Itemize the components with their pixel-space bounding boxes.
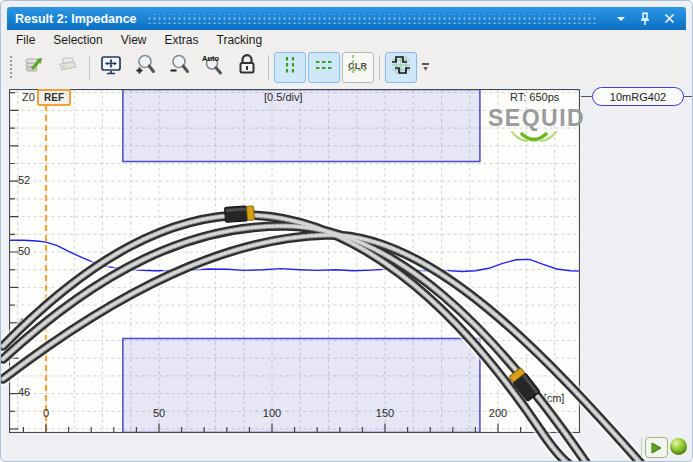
x-tick-label: 200 — [483, 407, 513, 419]
sequid-logo-arcs-icon — [505, 131, 563, 151]
risetime-label: RT: 650ps — [510, 91, 559, 103]
sequid-logo: SEQUID — [488, 105, 585, 132]
x-tick-label: 50 — [144, 407, 174, 419]
play-icon — [651, 442, 662, 454]
y-tick-label: 48 — [18, 316, 30, 328]
x-tick-label: 0 — [31, 407, 61, 419]
x-axis-label: ℓ [cm] — [537, 392, 564, 404]
impedance-plot[interactable] — [9, 89, 580, 433]
chart-area: Z0 REF [0.5/div] RT: 650ps SEQUID 52 50 … — [1, 1, 693, 462]
y-tick-label: 50 — [18, 245, 30, 257]
status-led-icon — [670, 438, 687, 455]
legend-connector-line — [581, 96, 592, 97]
x-tick-label: 100 — [257, 407, 287, 419]
y-axis-title: Z0 — [22, 91, 35, 103]
x-tick-label: 150 — [370, 407, 400, 419]
gate-region-bottom — [123, 339, 480, 433]
ref-marker-button[interactable]: REF — [37, 89, 71, 106]
play-button[interactable] — [645, 437, 668, 458]
statusbar-separator — [641, 438, 642, 458]
app-window: Result 2: Impedance File Selection View … — [0, 0, 693, 462]
y-tick-label: 46 — [18, 386, 30, 398]
trace-legend-pill[interactable]: 10mRG402 — [592, 87, 684, 106]
y-tick-label: 52 — [18, 174, 30, 186]
legend-connector-line — [684, 96, 693, 97]
scale-per-div-label: [0.5/div] — [264, 91, 303, 103]
